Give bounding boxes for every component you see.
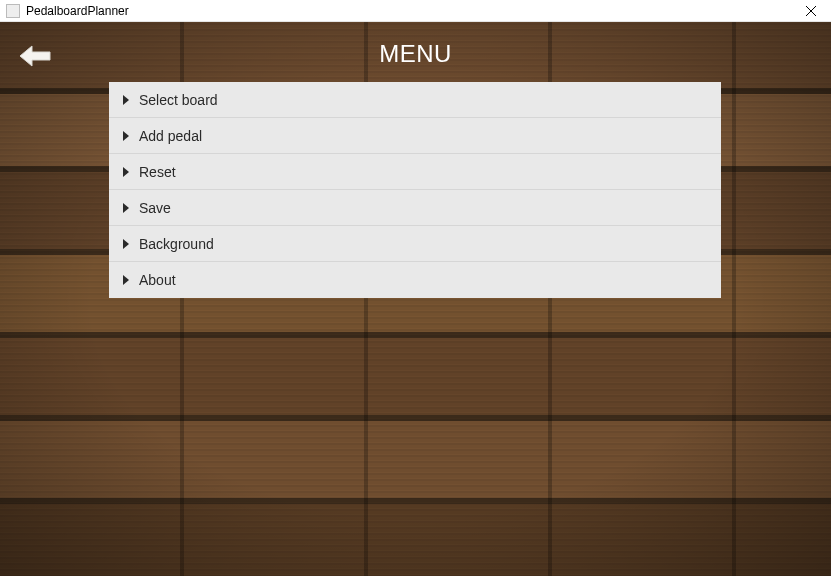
app-icon xyxy=(6,4,20,18)
menu-item-label: Background xyxy=(139,236,214,252)
page-title: MENU xyxy=(0,40,831,68)
window-titlebar: PedalboardPlanner xyxy=(0,0,831,22)
app-body: MENU Select board Add pedal Reset Save xyxy=(0,22,831,576)
chevron-right-icon xyxy=(119,239,133,249)
menu-item-about[interactable]: About xyxy=(109,262,721,298)
menu-item-label: Select board xyxy=(139,92,218,108)
menu-item-reset[interactable]: Reset xyxy=(109,154,721,190)
menu-item-add-pedal[interactable]: Add pedal xyxy=(109,118,721,154)
menu-item-label: Add pedal xyxy=(139,128,202,144)
menu-item-select-board[interactable]: Select board xyxy=(109,82,721,118)
menu-item-save[interactable]: Save xyxy=(109,190,721,226)
menu-item-label: Reset xyxy=(139,164,176,180)
chevron-right-icon xyxy=(119,131,133,141)
chevron-right-icon xyxy=(119,275,133,285)
menu-item-background[interactable]: Background xyxy=(109,226,721,262)
menu-panel: Select board Add pedal Reset Save Backgr xyxy=(109,82,721,298)
window-title: PedalboardPlanner xyxy=(26,4,129,18)
menu-item-label: Save xyxy=(139,200,171,216)
chevron-right-icon xyxy=(119,167,133,177)
window-close-button[interactable] xyxy=(791,0,831,22)
chevron-right-icon xyxy=(119,203,133,213)
close-icon xyxy=(806,6,816,16)
menu-item-label: About xyxy=(139,272,176,288)
chevron-right-icon xyxy=(119,95,133,105)
